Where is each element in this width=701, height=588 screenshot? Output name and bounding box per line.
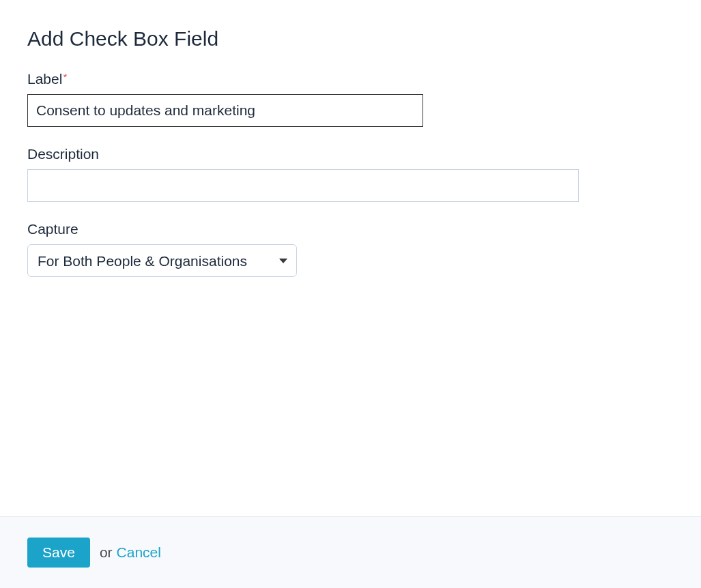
label-text: Label [27,71,62,87]
save-button[interactable]: Save [27,538,90,568]
cancel-link[interactable]: Cancel [117,544,161,561]
required-asterisk: * [63,71,67,83]
label-group: Label* [27,71,674,127]
capture-select-wrapper: For Both People & Organisations [27,244,297,277]
or-text: or [100,544,113,561]
capture-field-label: Capture [27,221,674,237]
label-input[interactable] [27,94,423,127]
capture-group: Capture For Both People & Organisations [27,221,674,277]
capture-select[interactable]: For Both People & Organisations [27,244,297,277]
description-group: Description [27,146,674,202]
form-content: Add Check Box Field Label* Description C… [0,0,701,516]
label-field-label: Label* [27,71,674,87]
page-title: Add Check Box Field [27,27,674,50]
footer-bar: Save or Cancel [0,516,701,588]
description-input[interactable] [27,169,579,202]
description-field-label: Description [27,146,674,162]
